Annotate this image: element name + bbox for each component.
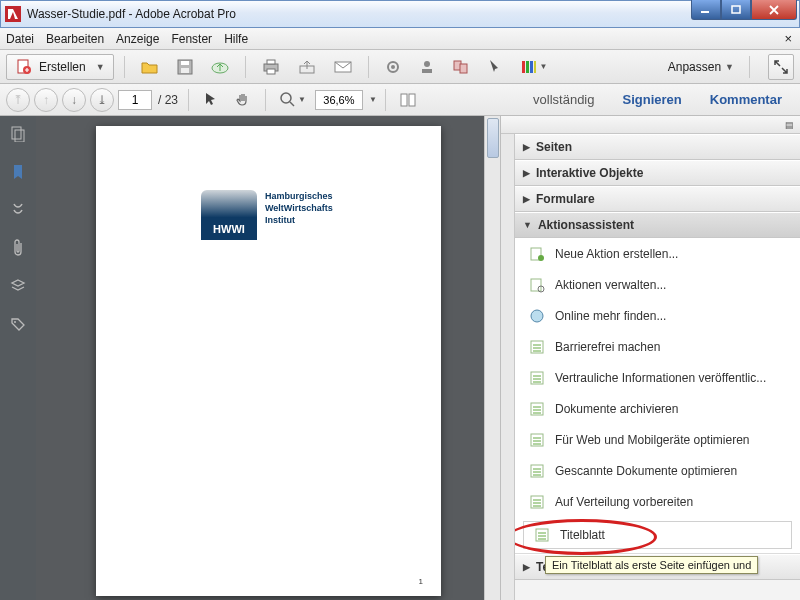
panel-collapse-strip[interactable]: [501, 134, 515, 600]
envelope-icon: [333, 60, 353, 74]
checklist-icon: [534, 527, 550, 543]
svg-point-34: [531, 310, 543, 322]
zoom-input[interactable]: [315, 90, 363, 110]
customize-button[interactable]: Anpassen ▼: [663, 59, 739, 75]
open-button[interactable]: [135, 54, 165, 80]
svg-rect-7: [181, 68, 189, 73]
section-aktionsassistent[interactable]: ▼Aktionsassistent: [515, 212, 800, 238]
document-scrollbar[interactable]: [484, 116, 500, 600]
svg-rect-6: [181, 61, 189, 65]
svg-point-29: [14, 321, 16, 323]
hand-tool-button[interactable]: [229, 87, 257, 113]
color-button[interactable]: ▼: [515, 54, 553, 80]
logo: HWWI Hamburgisches WeltWirtschafts Insti…: [201, 190, 333, 240]
print-button[interactable]: [256, 54, 286, 80]
share-button[interactable]: [292, 54, 322, 80]
menu-bearbeiten[interactable]: Bearbeiten: [46, 32, 104, 46]
tags-panel-button[interactable]: [8, 314, 28, 334]
logo-line-2: WeltWirtschafts: [265, 202, 333, 214]
attachments-panel-button[interactable]: [8, 238, 28, 258]
action-titelblatt[interactable]: Titelblatt: [523, 521, 792, 549]
svg-rect-10: [267, 60, 275, 64]
section-formulare-label: Formulare: [536, 192, 595, 206]
magnifier-icon: [279, 91, 297, 109]
combine-button[interactable]: [447, 54, 475, 80]
menu-anzeige[interactable]: Anzeige: [116, 32, 159, 46]
action-online-finden[interactable]: Online mehr finden...: [515, 300, 800, 331]
svg-rect-25: [401, 94, 407, 106]
checklist-icon: [529, 463, 545, 479]
color-bars-icon: [520, 58, 538, 76]
save-button[interactable]: [171, 54, 199, 80]
action-archivieren[interactable]: Dokumente archivieren: [515, 393, 800, 424]
checklist-icon: [529, 432, 545, 448]
first-page-button[interactable]: ⤒: [6, 88, 30, 112]
action-label: Vertrauliche Informationen veröffentlic.…: [555, 371, 766, 385]
last-page-button[interactable]: ⤓: [90, 88, 114, 112]
svg-point-31: [538, 255, 544, 261]
action-verteilung[interactable]: Auf Verteilung vorbereiten: [515, 486, 800, 517]
expand-icon: [773, 59, 789, 75]
svg-rect-21: [526, 61, 529, 73]
next-page-button[interactable]: ↓: [62, 88, 86, 112]
document-close-button[interactable]: ×: [784, 31, 792, 46]
signatures-panel-button[interactable]: [8, 200, 28, 220]
bookmark-icon: [11, 164, 25, 180]
action-gescannt[interactable]: Gescannte Dokumente optimieren: [515, 455, 800, 486]
tab-kommentar[interactable]: Kommentar: [698, 92, 794, 107]
svg-rect-28: [15, 130, 24, 142]
caret-right-icon: ▶: [523, 194, 530, 204]
document-new-icon: [15, 58, 33, 76]
action-label: Dokumente archivieren: [555, 402, 678, 416]
select-tool-button[interactable]: [197, 87, 225, 113]
layers-panel-button[interactable]: [8, 276, 28, 296]
page-number-input[interactable]: [118, 90, 152, 110]
combine-icon: [452, 58, 470, 76]
checklist-icon: [529, 494, 545, 510]
section-seiten[interactable]: ▶Seiten: [515, 134, 800, 160]
menu-hilfe[interactable]: Hilfe: [224, 32, 248, 46]
bookmarks-panel-button[interactable]: [8, 162, 28, 182]
menu-fenster[interactable]: Fenster: [171, 32, 212, 46]
panel-options-icon[interactable]: ▤: [785, 120, 794, 130]
create-button[interactable]: Erstellen ▼: [6, 54, 114, 80]
action-neue-aktion[interactable]: Neue Aktion erstellen...: [515, 238, 800, 269]
settings-button[interactable]: [379, 54, 407, 80]
action-aktionen-verwalten[interactable]: Aktionen verwalten...: [515, 269, 800, 300]
action-vertraulich[interactable]: Vertrauliche Informationen veröffentlic.…: [515, 362, 800, 393]
window-minimize-button[interactable]: [691, 0, 721, 20]
tab-vollstaendig[interactable]: vollständig: [521, 92, 606, 107]
fullscreen-button[interactable]: [768, 54, 794, 80]
menu-datei[interactable]: Datei: [6, 32, 34, 46]
globe-icon: [529, 308, 545, 324]
email-button[interactable]: [328, 54, 358, 80]
window-close-button[interactable]: [751, 0, 797, 20]
floppy-icon: [176, 58, 194, 76]
wizard-new-icon: [529, 246, 545, 262]
scrollbar-thumb[interactable]: [487, 118, 499, 158]
section-interaktive-objekte[interactable]: ▶Interaktive Objekte: [515, 160, 800, 186]
page-total-label: / 23: [158, 93, 178, 107]
logo-badge: HWWI: [201, 190, 257, 240]
tab-signieren[interactable]: Signieren: [611, 92, 694, 107]
main-area: HWWI Hamburgisches WeltWirtschafts Insti…: [0, 116, 800, 600]
thumbnails-panel-button[interactable]: [8, 124, 28, 144]
action-label: Aktionen verwalten...: [555, 278, 666, 292]
view-mode-button[interactable]: [394, 87, 424, 113]
action-web-mobil[interactable]: Für Web und Mobilgeräte optimieren: [515, 424, 800, 455]
zoom-dropdown-icon[interactable]: ▼: [369, 95, 377, 104]
document-viewport[interactable]: HWWI Hamburgisches WeltWirtschafts Insti…: [36, 116, 500, 600]
stamp-button[interactable]: [413, 54, 441, 80]
window-maximize-button[interactable]: [721, 0, 751, 20]
svg-rect-23: [534, 61, 536, 73]
caret-right-icon: ▶: [523, 562, 530, 572]
section-formulare[interactable]: ▶Formulare: [515, 186, 800, 212]
action-label: Online mehr finden...: [555, 309, 666, 323]
prev-page-button[interactable]: ↑: [34, 88, 58, 112]
create-label: Erstellen: [39, 60, 86, 74]
zoom-tool-button[interactable]: ▼: [274, 87, 311, 113]
tag-icon: [10, 317, 26, 331]
edit-button[interactable]: [481, 54, 509, 80]
action-barrierefrei[interactable]: Barrierefrei machen: [515, 331, 800, 362]
cloud-button[interactable]: [205, 54, 235, 80]
